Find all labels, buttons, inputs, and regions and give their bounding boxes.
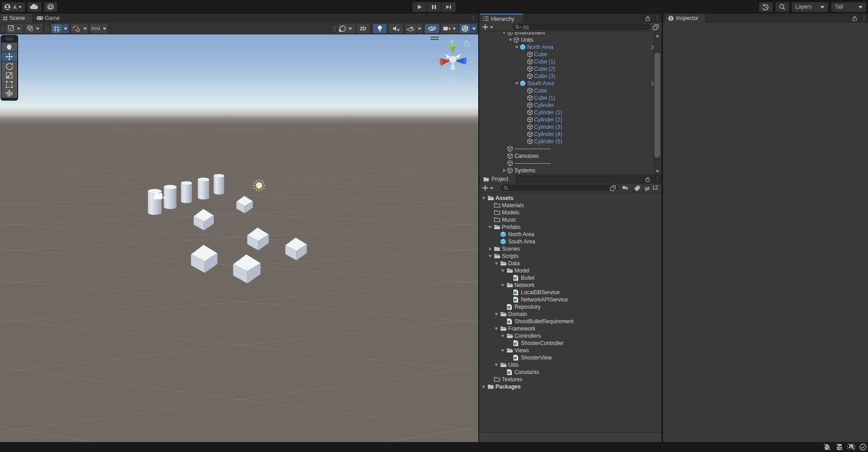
svg-text:z: z [470,59,473,65]
svg-text:Y: Y [57,28,60,33]
svg-text:x: x [434,61,436,67]
svg-text:A: A [13,5,17,10]
svg-text:y: y [451,38,453,44]
